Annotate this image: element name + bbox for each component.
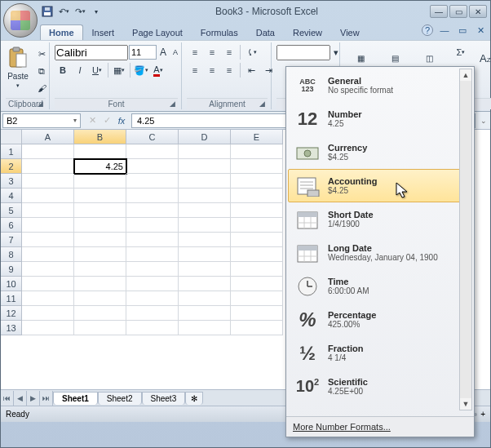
- nf-item-fraction[interactable]: ½Fraction4 1/4: [288, 336, 472, 370]
- tab-home[interactable]: Home: [40, 24, 83, 40]
- align-left-button[interactable]: ≡: [187, 62, 203, 78]
- autosum-button[interactable]: Σ▾: [453, 44, 469, 60]
- col-head-A[interactable]: A: [22, 130, 74, 144]
- cell-A3[interactable]: [22, 174, 74, 189]
- sheet-tab-3[interactable]: Sheet3: [142, 392, 186, 405]
- tab-data[interactable]: Data: [247, 24, 284, 40]
- grow-font-button[interactable]: A: [157, 44, 169, 60]
- cell-D1[interactable]: [179, 144, 231, 159]
- align-middle-button[interactable]: ≡: [204, 44, 220, 60]
- font-size-input[interactable]: [129, 45, 157, 60]
- font-name-select[interactable]: [55, 45, 128, 60]
- enter-icon[interactable]: ✓: [100, 114, 113, 127]
- cell-A13[interactable]: [22, 321, 74, 335]
- cell-E10[interactable]: [231, 277, 283, 291]
- cell-E4[interactable]: [231, 189, 283, 203]
- tab-view[interactable]: View: [331, 24, 369, 40]
- cell-E3[interactable]: [231, 174, 283, 189]
- cell-C2[interactable]: [126, 159, 179, 174]
- bold-button[interactable]: B: [55, 62, 71, 78]
- cell-E8[interactable]: [231, 247, 283, 262]
- qat-customize-button[interactable]: ▾: [89, 4, 104, 19]
- cell-D3[interactable]: [179, 174, 231, 189]
- number-format-dropdown-button[interactable]: ▾: [331, 44, 341, 60]
- cell-C12[interactable]: [126, 306, 179, 321]
- format-painter-button[interactable]: 🖌: [33, 80, 50, 96]
- mdi-minimize-button[interactable]: —: [438, 24, 451, 37]
- cell-B2[interactable]: 4.25: [74, 159, 126, 174]
- cell-C1[interactable]: [126, 144, 179, 159]
- cell-A10[interactable]: [22, 277, 74, 291]
- cell-B12[interactable]: [74, 306, 126, 321]
- cell-B11[interactable]: [74, 291, 126, 306]
- alignment-dialog-launcher[interactable]: ◢: [258, 100, 267, 109]
- cell-A5[interactable]: [22, 203, 74, 218]
- row-head-2[interactable]: 2: [1, 159, 22, 174]
- cell-C11[interactable]: [126, 291, 179, 306]
- cell-E7[interactable]: [231, 233, 283, 247]
- nf-item-number[interactable]: 12Number4.25: [288, 102, 472, 135]
- number-format-select[interactable]: [276, 45, 330, 60]
- cut-button[interactable]: ✂: [33, 46, 50, 62]
- cell-B10[interactable]: [74, 277, 126, 291]
- sheet-nav-next[interactable]: ▶: [27, 391, 40, 406]
- row-head-10[interactable]: 10: [1, 277, 22, 291]
- row-head-12[interactable]: 12: [1, 306, 22, 321]
- sheet-tab-1[interactable]: Sheet1: [53, 392, 98, 405]
- close-button[interactable]: ✕: [469, 5, 487, 18]
- row-head-8[interactable]: 8: [1, 247, 22, 262]
- cell-C7[interactable]: [126, 233, 179, 247]
- cell-E13[interactable]: [231, 321, 283, 335]
- cell-B7[interactable]: [74, 233, 126, 247]
- cell-D13[interactable]: [179, 321, 231, 335]
- font-color-button[interactable]: A▾: [150, 62, 166, 78]
- mdi-close-button[interactable]: ✕: [474, 24, 487, 37]
- cell-E11[interactable]: [231, 291, 283, 306]
- cell-D12[interactable]: [179, 306, 231, 321]
- help-icon[interactable]: ?: [422, 24, 433, 36]
- row-head-5[interactable]: 5: [1, 203, 22, 218]
- cancel-icon[interactable]: ✕: [86, 114, 99, 127]
- nf-item-scientific[interactable]: 102Scientific4.25E+00: [288, 370, 472, 403]
- cell-C5[interactable]: [126, 203, 179, 218]
- align-center-button[interactable]: ≡: [204, 62, 220, 78]
- select-all-corner[interactable]: [1, 130, 22, 144]
- nf-item-accounting[interactable]: Accounting$4.25: [288, 169, 472, 202]
- name-box[interactable]: B2▾: [2, 113, 81, 128]
- underline-button[interactable]: U▾: [89, 62, 105, 78]
- cell-B8[interactable]: [74, 247, 126, 262]
- row-head-1[interactable]: 1: [1, 144, 22, 159]
- cell-B9[interactable]: [74, 262, 126, 277]
- cell-C4[interactable]: [126, 189, 179, 203]
- font-dialog-launcher[interactable]: ◢: [168, 100, 177, 109]
- cell-A12[interactable]: [22, 306, 74, 321]
- cell-D11[interactable]: [179, 291, 231, 306]
- orientation-button[interactable]: ⤹▾: [243, 44, 259, 60]
- cell-A4[interactable]: [22, 189, 74, 203]
- nf-item-currency[interactable]: Currency$4.25: [288, 135, 472, 169]
- cell-A8[interactable]: [22, 247, 74, 262]
- nf-item-percentage[interactable]: %Percentage425.00%: [288, 303, 472, 336]
- cell-D7[interactable]: [179, 233, 231, 247]
- clipboard-dialog-launcher[interactable]: ◢: [36, 100, 45, 109]
- fill-color-button[interactable]: 🪣▾: [133, 62, 149, 78]
- col-head-B[interactable]: B: [74, 130, 126, 144]
- row-head-9[interactable]: 9: [1, 262, 22, 277]
- row-head-3[interactable]: 3: [1, 174, 22, 189]
- cell-C10[interactable]: [126, 277, 179, 291]
- cell-E2[interactable]: [231, 159, 283, 174]
- row-head-13[interactable]: 13: [1, 321, 22, 335]
- minimize-button[interactable]: —: [430, 5, 448, 18]
- col-head-E[interactable]: E: [231, 130, 283, 144]
- cell-B4[interactable]: [74, 189, 126, 203]
- sort-filter-button[interactable]: AZ↓: [472, 44, 491, 98]
- cell-B13[interactable]: [74, 321, 126, 335]
- zoom-in-button[interactable]: +: [480, 410, 485, 419]
- align-right-button[interactable]: ≡: [221, 62, 237, 78]
- cell-A9[interactable]: [22, 262, 74, 277]
- cell-A7[interactable]: [22, 233, 74, 247]
- cell-E5[interactable]: [231, 203, 283, 218]
- cell-A11[interactable]: [22, 291, 74, 306]
- cell-E1[interactable]: [231, 144, 283, 159]
- nf-item-general[interactable]: ABC123GeneralNo specific format: [288, 69, 472, 102]
